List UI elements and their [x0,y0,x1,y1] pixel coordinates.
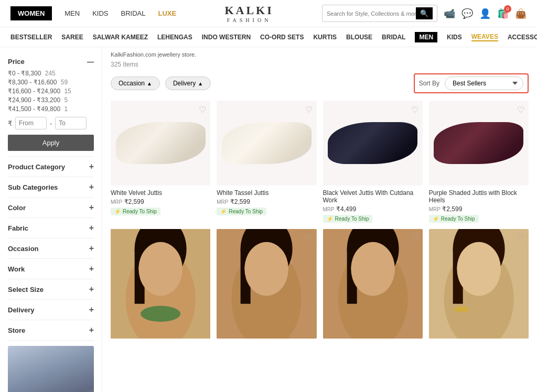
wishlist-heart-1[interactable]: ♡ [199,105,206,115]
person-image-2 [217,229,316,339]
cat-kids[interactable]: KIDS [447,34,462,41]
main-layout: Price — ₹0 - ₹8,300 245 ₹8,300 - ₹16,600… [0,47,537,392]
cat-kurtis[interactable]: KURTIS [313,34,337,41]
occasion-expand-icon: + [89,244,94,253]
sort-select[interactable]: Best SellersPrice: Low to HighPrice: Hig… [445,77,523,90]
price-to-input[interactable] [55,117,87,129]
wishlist-heart-5[interactable]: ♡ [199,233,206,243]
product-image-7: ♡ [323,229,423,339]
product-grid: ♡ White Velvet Juttis MRP ₹2,599 ⚡ Ready… [111,101,529,339]
product-title-2: White Tassel Juttis [217,189,316,197]
search-button[interactable]: 🔍 [416,7,433,19]
video-icon[interactable]: 📹 [444,8,455,19]
product-card-2[interactable]: ♡ White Tassel Juttis MRP ₹2,599 ⚡ Ready… [217,101,316,223]
product-card-8[interactable]: ♡ [429,229,529,339]
price-range-5[interactable]: ₹41,500 - ₹49,800 1 [8,105,94,113]
product-title-3: Black Velvet Juttis With Cutdana Work [323,189,423,204]
price-from-input[interactable] [15,117,47,129]
wishlist-heart-8[interactable]: ♡ [517,233,524,243]
cat-lehengas[interactable]: LEHENGAS [157,34,192,41]
search-bar[interactable]: 🔍 [322,5,437,22]
svg-point-6 [141,306,180,321]
product-card-7[interactable]: ♡ [323,229,423,339]
occasion-title[interactable]: Occasion + [8,244,94,253]
product-card-1[interactable]: ♡ White Velvet Juttis MRP ₹2,599 ⚡ Ready… [111,101,210,223]
fabric-title[interactable]: Fabric + [8,223,94,233]
cat-salwar-kameez[interactable]: SALWAR KAMEEZ [93,34,148,41]
shoe-image-white-velvet [116,122,206,164]
product-title-4: Purple Shaded Juttis with Block Heels [429,189,529,204]
delivery-filter-chip[interactable]: Delivery ▲ [165,77,211,90]
ready-to-ship-2: ⚡ Ready To Ship [217,208,266,215]
bolt-icon-3: ⚡ [327,216,333,222]
nav-bridal[interactable]: BRIDAL [121,9,146,17]
occasion-filter-chip[interactable]: Occasion ▲ [111,77,160,90]
product-category-title[interactable]: Product Category + [8,162,94,171]
select-size-title[interactable]: Select Size + [8,285,94,294]
search-input[interactable] [327,10,416,17]
cat-weaves[interactable]: WEAVES [471,33,498,41]
site-logo[interactable]: KALKI FASHION [176,4,322,23]
occasion-section: Occasion + [8,238,94,259]
sub-categories-title[interactable]: Sub Categories + [8,182,94,192]
fabric-section: Fabric + [8,218,94,238]
product-card-4[interactable]: ♡ Purple Shaded Juttis with Block Heels … [429,101,529,223]
nav-luxe[interactable]: LUXE [158,9,176,17]
apply-price-button[interactable]: Apply [8,135,94,151]
product-card-3[interactable]: ♡ Black Velvet Juttis With Cutdana Work … [323,101,423,223]
cart-icon[interactable]: 👜 [515,8,527,19]
person-image-1 [111,229,210,339]
product-category-section: Product Category + [8,157,94,177]
cat-bestseller[interactable]: BESTSELLER [10,34,52,41]
wishlist-heart-6[interactable]: ♡ [305,233,313,243]
nav-kids[interactable]: KIDS [92,9,108,17]
cat-bridal[interactable]: BRIDAL [382,34,405,41]
price-range-1[interactable]: ₹0 - ₹8,300 245 [8,70,94,77]
shoe-image-purple-shaded [434,122,523,164]
cat-saree[interactable]: SAREE [61,34,83,41]
price-range-2[interactable]: ₹8,300 - ₹16,600 59 [8,79,94,86]
cat-accessories[interactable]: ACCESSORIES [508,34,537,41]
bolt-icon-2: ⚡ [220,209,227,214]
sidebar: Price — ₹0 - ₹8,300 245 ₹8,300 - ₹16,600… [0,47,102,392]
wishlist-heart-3[interactable]: ♡ [411,105,418,115]
cat-coord-sets[interactable]: CO-ORD SETS [260,34,304,41]
wishlist-heart-2[interactable]: ♡ [305,105,313,115]
filter-sort-row: Occasion ▲ Delivery ▲ Sort By Best Selle… [111,73,529,93]
nav-women[interactable]: WOMEN [10,6,52,20]
wishlist-heart-4[interactable]: ♡ [517,105,524,115]
store-title[interactable]: Store + [8,325,94,335]
sort-label: Sort By [419,80,439,87]
wishlist-badge: 0 [504,5,511,13]
cat-men[interactable]: MEN [415,32,437,42]
bolt-icon-1: ⚡ [114,209,121,214]
fabric-expand-icon: + [89,223,94,233]
chat-icon[interactable]: 💬 [461,8,473,19]
price-range-4[interactable]: ₹24,900 - ₹33,200 5 [8,96,94,104]
cat-blouse[interactable]: BLOUSE [346,34,372,41]
svg-point-5 [138,242,182,296]
delivery-expand-icon: + [89,305,94,314]
delivery-title[interactable]: Delivery + [8,305,94,314]
bolt-icon-4: ⚡ [433,216,439,222]
top-navigation: WOMEN MEN KIDS BRIDAL LUXE KALKI FASHION… [0,0,537,27]
store-expand-icon: + [89,325,94,335]
ready-to-ship-4: ⚡ Ready To Ship [429,215,479,223]
price-filter-title[interactable]: Price — [8,58,94,66]
nav-men[interactable]: MEN [65,9,80,17]
account-icon[interactable]: 👤 [479,8,491,19]
wishlist-icon[interactable]: 🛍️ 0 [497,8,509,19]
select-size-section: Select Size + [8,279,94,300]
product-card-6[interactable]: ♡ [217,229,316,339]
wishlist-heart-7[interactable]: ♡ [411,233,418,243]
product-price-3: MRP ₹4,499 [323,205,423,213]
product-card-5[interactable]: ♡ [111,229,210,339]
color-title[interactable]: Color + [8,203,94,212]
price-range-3[interactable]: ₹16,600 - ₹24,900 15 [8,88,94,95]
sub-categories-section: Sub Categories + [8,177,94,198]
cat-indo-western[interactable]: INDO WESTERN [202,34,251,41]
delivery-chip-arrow: ▲ [198,81,203,86]
work-title[interactable]: Work + [8,264,94,274]
color-section: Color + [8,198,94,218]
store-info: KalkiFashion.com jewellery store. [111,51,529,58]
